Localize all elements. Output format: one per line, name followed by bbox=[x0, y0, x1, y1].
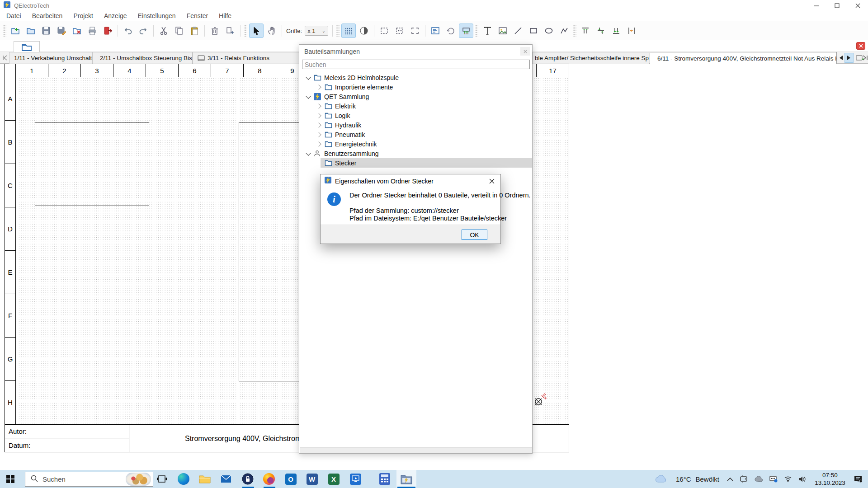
collections-panel-close-icon[interactable] bbox=[520, 47, 530, 56]
close-button[interactable] bbox=[847, 0, 868, 11]
duplicate-button[interactable] bbox=[223, 23, 237, 38]
chevron-right-icon[interactable] bbox=[315, 102, 323, 110]
add-rect-button[interactable] bbox=[526, 23, 541, 38]
terminal-tool-button[interactable] bbox=[459, 23, 473, 38]
qelectrotech-taskbar-icon[interactable] bbox=[396, 470, 416, 488]
tab-diagram-3[interactable]: 3/11 - Relais Funktions bbox=[193, 52, 300, 64]
add-image-button[interactable] bbox=[495, 23, 510, 38]
tray-cast-icon[interactable] bbox=[740, 475, 748, 483]
tree-item-elektrik[interactable]: Elektrik bbox=[300, 101, 532, 111]
weather-condition[interactable]: Bewölkt bbox=[695, 475, 719, 483]
griffe-select[interactable]: x 1⌄ bbox=[305, 26, 328, 36]
windows-start-button[interactable] bbox=[6, 475, 14, 485]
tree-item-hydraulik[interactable]: Hydraulik bbox=[300, 120, 532, 130]
media-app-icon[interactable] bbox=[345, 470, 365, 488]
chevron-down-icon[interactable] bbox=[304, 74, 312, 81]
tray-wifi-icon[interactable] bbox=[784, 476, 792, 482]
quit-editor-button[interactable] bbox=[100, 23, 115, 38]
file-explorer-icon[interactable] bbox=[195, 470, 215, 488]
chevron-right-icon[interactable] bbox=[315, 112, 323, 119]
selection-items-button[interactable] bbox=[392, 23, 407, 38]
chevron-right-icon[interactable] bbox=[315, 83, 323, 91]
maximize-button[interactable] bbox=[826, 0, 847, 11]
keepass-icon[interactable] bbox=[238, 470, 258, 488]
tray-chevron-up-icon[interactable] bbox=[727, 477, 733, 481]
scroll-last-tab-button[interactable] bbox=[863, 53, 868, 63]
word-icon[interactable]: W bbox=[302, 470, 322, 488]
chevron-down-icon[interactable] bbox=[304, 150, 312, 157]
redo-button[interactable] bbox=[136, 23, 151, 38]
close-project-button[interactable] bbox=[856, 42, 865, 50]
ok-button[interactable]: OK bbox=[462, 230, 487, 240]
toolbar-drag-handle[interactable] bbox=[3, 25, 6, 37]
align-middle-button[interactable] bbox=[594, 23, 608, 38]
weather-temp[interactable]: 16°C bbox=[676, 475, 691, 483]
collections-panel-resize-handle[interactable] bbox=[300, 447, 532, 453]
toolbar-drag-handle[interactable] bbox=[336, 25, 340, 37]
taskbar-clock[interactable]: 07:50 13.10.2023 bbox=[812, 471, 848, 487]
outlook-icon[interactable]: O bbox=[281, 470, 301, 488]
save-as-button[interactable] bbox=[54, 23, 69, 38]
print-button[interactable] bbox=[85, 23, 99, 38]
undo-button[interactable] bbox=[121, 23, 135, 38]
add-polyline-button[interactable] bbox=[557, 23, 571, 38]
save-button[interactable] bbox=[39, 23, 53, 38]
chevron-right-icon[interactable] bbox=[315, 121, 323, 129]
firefox-icon[interactable] bbox=[259, 470, 279, 488]
distribute-button[interactable] bbox=[624, 23, 639, 38]
menu-datei[interactable]: Datei bbox=[1, 11, 27, 21]
tray-teamviewer-icon[interactable] bbox=[769, 475, 778, 483]
weather-icon[interactable] bbox=[654, 474, 669, 484]
edge-icon[interactable] bbox=[174, 470, 193, 488]
task-view-button[interactable] bbox=[152, 470, 172, 488]
background-contrast-button[interactable] bbox=[357, 23, 371, 38]
window-titlebar[interactable]: QElectroTech bbox=[0, 0, 868, 11]
paste-button[interactable] bbox=[187, 23, 202, 38]
mail-icon[interactable] bbox=[216, 470, 236, 488]
tree-item-energietechnik[interactable]: Energietechnik bbox=[300, 139, 532, 149]
tab-diagram-2[interactable]: 2/11 - Umschaltbox Steuerung Bistabile R… bbox=[92, 52, 193, 64]
element-preview-symbol[interactable] bbox=[531, 391, 549, 409]
scroll-tabs-left-button[interactable] bbox=[837, 53, 844, 63]
delete-button[interactable] bbox=[208, 23, 222, 38]
element-list-button[interactable] bbox=[428, 23, 443, 38]
menu-hilfe[interactable]: Hilfe bbox=[213, 11, 237, 21]
scroll-tabs-right-button[interactable] bbox=[844, 53, 854, 63]
toolbar-drag-handle[interactable] bbox=[475, 25, 478, 37]
collections-search-input[interactable] bbox=[302, 60, 530, 69]
calculator-icon[interactable] bbox=[375, 470, 395, 488]
project-tab[interactable] bbox=[14, 41, 40, 52]
collections-panel-header[interactable]: Bauteilsammlungen bbox=[299, 45, 532, 58]
toolbar-drag-handle[interactable] bbox=[244, 25, 247, 37]
tab-diagram-6[interactable]: 6/11 - Stromversorgung 400V, Gleichstrom… bbox=[650, 52, 837, 64]
taskbar-search-box[interactable]: Suchen bbox=[25, 472, 153, 487]
frame-corners-button[interactable] bbox=[408, 23, 422, 38]
select-mode-button[interactable] bbox=[249, 23, 264, 38]
tab-diagram-1[interactable]: 1/11 - Verkabelung Umschaltbox HH Spule bbox=[9, 52, 92, 64]
menu-projekt[interactable]: Projekt bbox=[68, 11, 99, 21]
chevron-down-icon[interactable] bbox=[304, 93, 312, 100]
chevron-right-icon[interactable] bbox=[315, 131, 323, 138]
add-line-button[interactable] bbox=[511, 23, 525, 38]
add-ellipse-button[interactable] bbox=[542, 23, 556, 38]
align-bottom-button[interactable] bbox=[609, 23, 623, 38]
menu-fenster[interactable]: Fenster bbox=[181, 11, 213, 21]
minimize-button[interactable] bbox=[806, 0, 826, 11]
add-text-button[interactable] bbox=[480, 23, 495, 38]
search-highlight-image[interactable] bbox=[126, 473, 151, 486]
new-project-button[interactable] bbox=[8, 23, 23, 38]
tree-item-logik[interactable]: Logik bbox=[300, 111, 532, 120]
excel-icon[interactable]: X bbox=[324, 470, 344, 488]
dialog-close-icon[interactable] bbox=[487, 177, 497, 185]
close-file-button[interactable] bbox=[70, 23, 84, 38]
copy-button[interactable] bbox=[172, 23, 186, 38]
cut-button[interactable] bbox=[156, 23, 171, 38]
tree-item-stecker[interactable]: Stecker bbox=[300, 158, 532, 168]
tree-item-melexis-2d-helmholzspule[interactable]: Melexis 2D Helmholzspule bbox=[300, 73, 532, 82]
tree-item-importierte-elemente[interactable]: Importierte elemente bbox=[300, 82, 532, 92]
action-center-icon[interactable] bbox=[854, 475, 863, 483]
tray-volume-icon[interactable] bbox=[798, 476, 807, 483]
dialog-titlebar[interactable]: Eigenschaften vom Ordner Stecker bbox=[321, 174, 500, 188]
menu-anzeige[interactable]: Anzeige bbox=[99, 11, 132, 21]
scroll-first-tab-button[interactable] bbox=[1, 54, 9, 62]
